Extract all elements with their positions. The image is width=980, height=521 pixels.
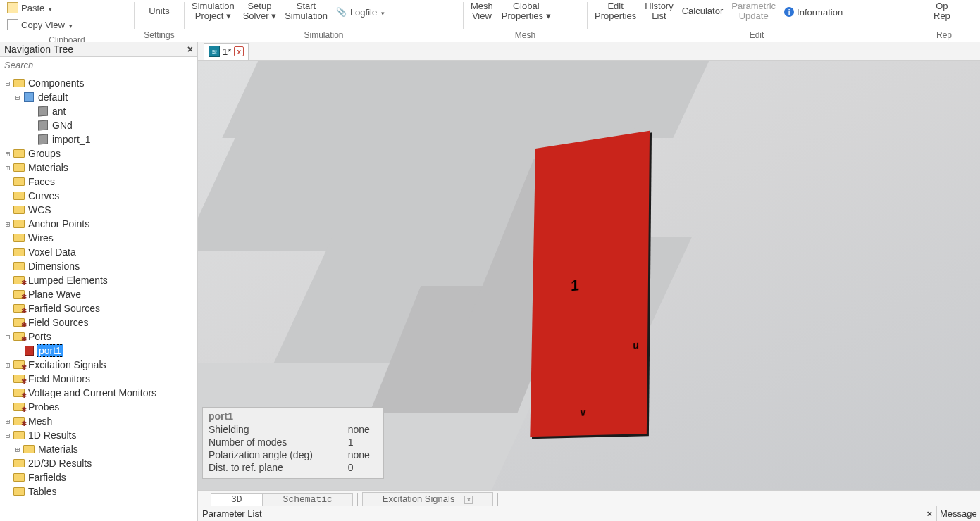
logfile-button[interactable]: 📎 Logfile	[333, 4, 387, 20]
tree-node-wcs[interactable]: WCS	[3, 203, 196, 217]
workspace: ≋ 1* x 1 u v port1 Shieldingnone Number …	[198, 42, 980, 521]
tree-node-farfield-sources[interactable]: Farfield Sources	[3, 301, 196, 315]
table-row: Shieldingnone	[209, 423, 378, 436]
tree-node-field-sources[interactable]: Field Sources	[3, 315, 196, 329]
tree-node-faces[interactable]: Faces	[3, 175, 196, 189]
history-list-button[interactable]: History List	[642, 0, 676, 23]
tab-schematic[interactable]: Schematic	[263, 493, 353, 506]
copy-view-button[interactable]: Copy View	[4, 17, 75, 32]
ribbon-group-label: Settings	[139, 27, 180, 40]
units-button[interactable]: Units	[146, 0, 173, 23]
ribbon-group-label: Mesh	[468, 27, 583, 40]
tree-node-vi-monitors[interactable]: Voltage and Current Monitors	[3, 386, 196, 400]
tree-node-lumped[interactable]: Lumped Elements	[3, 273, 196, 287]
information-button[interactable]: i Information	[781, 4, 845, 20]
port-number-label: 1	[571, 276, 579, 295]
tree-node-components[interactable]: ⊟Components	[3, 76, 196, 90]
ribbon-group-label: Rep	[931, 27, 957, 40]
parameter-list-panel[interactable]: Parameter List ×	[198, 506, 936, 521]
parameter-list-title: Parameter List	[202, 508, 262, 519]
paste-icon	[7, 2, 18, 13]
table-row: Number of modes1	[209, 436, 378, 448]
tree-node-ant[interactable]: ant	[3, 104, 196, 118]
port-info-title: port1	[209, 410, 378, 422]
main-area: Navigation Tree × ⊟Components ⊟default a…	[0, 42, 980, 521]
ribbon-group-label: Edit	[592, 27, 922, 40]
messages-panel[interactable]: Message	[936, 506, 980, 521]
report-button[interactable]: Op Rep	[931, 0, 953, 23]
tree-node-1d-materials[interactable]: ⊞Materials	[3, 442, 196, 456]
copy-icon	[7, 19, 18, 30]
chevron-down-icon	[68, 20, 73, 30]
copy-view-label: Copy View	[21, 20, 65, 30]
close-icon[interactable]: x	[234, 46, 244, 56]
tree-node-mesh[interactable]: ⊞Mesh	[3, 414, 196, 428]
port-plane[interactable]: 1 u v	[530, 131, 650, 437]
navigation-tree-panel: Navigation Tree × ⊟Components ⊟default a…	[0, 42, 198, 521]
tab-excitation-signals[interactable]: Excitation Signals ×	[362, 492, 493, 506]
ribbon-group-simulation: Simulation Project ▾ Setup Solver ▾ Star…	[185, 0, 463, 42]
tree-node-farfields[interactable]: Farfields	[3, 470, 196, 484]
tree-node-wires[interactable]: Wires	[3, 231, 196, 245]
global-properties-button[interactable]: Global Properties ▾	[499, 0, 554, 23]
tree-node-field-monitors[interactable]: Field Monitors	[3, 372, 196, 386]
setup-solver-button[interactable]: Setup Solver ▾	[240, 0, 279, 23]
tree-node-planewave[interactable]: Plane Wave	[3, 287, 196, 301]
close-icon[interactable]: ×	[187, 44, 193, 55]
paperclip-icon: 📎	[336, 6, 347, 18]
tree-node-curves[interactable]: Curves	[3, 189, 196, 203]
tree-node-2d3d-results[interactable]: 2D/3D Results	[3, 456, 196, 470]
search-input[interactable]	[0, 56, 197, 73]
calculator-button[interactable]: Calculator	[679, 0, 726, 23]
tree-node-gnd[interactable]: GNd	[3, 118, 196, 132]
tree-node-dimensions[interactable]: Dimensions	[3, 259, 196, 273]
nav-search	[0, 56, 197, 73]
edit-properties-button[interactable]: Edit Properties	[592, 0, 639, 23]
tab-3d[interactable]: 3D	[211, 493, 263, 506]
simulation-project-button[interactable]: Simulation Project ▾	[189, 0, 237, 23]
ribbon-group-report: Op Rep Rep	[926, 0, 962, 42]
ribbon-group-label: Simulation	[189, 27, 459, 40]
ribbon-group-mesh: Mesh View Global Properties ▾ Mesh	[464, 0, 587, 42]
document-tabs: ≋ 1* x	[198, 42, 980, 61]
close-icon[interactable]: ×	[464, 496, 473, 504]
paste-label: Paste	[21, 3, 44, 13]
tree-node-tables[interactable]: Tables	[3, 484, 196, 498]
tree-node-excitation[interactable]: ⊞Excitation Signals	[3, 358, 196, 372]
port-info-box: port1 Shieldingnone Number of modes1 Pol…	[202, 407, 384, 479]
ribbon-group-clipboard: Paste Copy View Clipboard	[0, 0, 134, 42]
document-tab-label: 1*	[223, 46, 231, 57]
tree-node-groups[interactable]: ⊞Groups	[3, 146, 196, 161]
port-info-table: Shieldingnone Number of modes1 Polarizat…	[209, 423, 378, 474]
nav-panel-title: Navigation Tree	[4, 44, 73, 55]
project-icon: ≋	[209, 46, 220, 57]
ribbon-group-label: Clipboard	[4, 32, 130, 42]
tree-node-1d-results[interactable]: ⊟1D Results	[3, 428, 196, 442]
ribbon-group-settings: Units Settings	[135, 0, 184, 42]
tree-node-ports[interactable]: ⊟Ports	[3, 329, 196, 344]
separator	[497, 493, 498, 506]
parametric-update-button[interactable]: Parametric Update	[728, 0, 779, 23]
paste-button[interactable]: Paste	[4, 0, 75, 15]
info-icon: i	[784, 7, 794, 17]
nav-panel-header: Navigation Tree ×	[0, 42, 197, 56]
navigation-tree[interactable]: ⊟Components ⊟default ant GNd import_1 ⊞G…	[0, 73, 197, 521]
3d-viewport[interactable]: 1 u v port1 Shieldingnone Number of mode…	[198, 61, 980, 490]
tree-node-materials[interactable]: ⊞Materials	[3, 161, 196, 175]
tree-node-default[interactable]: ⊟default	[3, 90, 196, 104]
close-icon[interactable]: ×	[926, 508, 932, 519]
start-simulation-button[interactable]: Start Simulation	[282, 0, 330, 23]
mesh-view-button[interactable]: Mesh View	[468, 0, 496, 23]
tree-node-anchor[interactable]: ⊞Anchor Points	[3, 217, 196, 231]
axis-u-label: u	[633, 339, 639, 351]
messages-title: Message	[940, 508, 977, 519]
table-row: Polarization angle (deg)none	[209, 448, 378, 461]
document-tab[interactable]: ≋ 1* x	[204, 43, 249, 60]
chevron-down-icon	[380, 7, 385, 18]
tree-node-import1[interactable]: import_1	[3, 132, 196, 146]
tree-node-voxel[interactable]: Voxel Data	[3, 245, 196, 259]
separator	[357, 493, 358, 506]
tree-node-probes[interactable]: Probes	[3, 400, 196, 414]
tree-node-port1[interactable]: port1	[3, 344, 196, 358]
view-tabs: 3D Schematic Excitation Signals ×	[198, 490, 980, 506]
